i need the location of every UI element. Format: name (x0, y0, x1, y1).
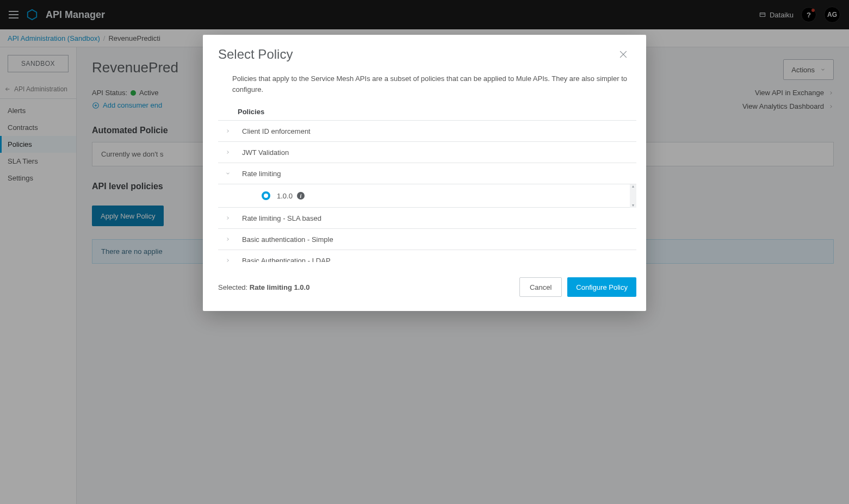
modal-header: Select Policy (203, 35, 646, 69)
info-icon[interactable]: i (297, 192, 305, 200)
chevron-right-icon (220, 237, 236, 242)
modal-description: Policies that apply to the Service Mesh … (218, 73, 636, 95)
modal-overlay: Select Policy Policies that apply to the… (0, 0, 849, 504)
policy-name: Client ID enforcement (236, 127, 311, 135)
policy-version-row[interactable]: 1.0.0 i (218, 184, 636, 208)
radio-selected-icon[interactable] (262, 191, 270, 200)
chevron-right-icon (220, 215, 236, 221)
close-button[interactable] (616, 47, 631, 64)
policy-row[interactable]: Basic authentication - Simple (218, 229, 636, 250)
policy-list[interactable]: Client ID enforcement JWT Validation Rat… (218, 120, 636, 262)
selected-value: Rate limiting 1.0.0 (250, 283, 310, 291)
chevron-down-icon (220, 171, 236, 176)
selected-prefix: Selected: (218, 283, 250, 291)
version-container: 1.0.0 i ▴▾ (218, 184, 636, 208)
modal-body: Policies that apply to the Service Mesh … (203, 69, 646, 266)
policy-name: Basic authentication - Simple (236, 235, 333, 244)
policy-row[interactable]: Client ID enforcement (218, 121, 636, 142)
policy-name: Rate limiting (236, 170, 281, 178)
policy-row-expanded[interactable]: Rate limiting (218, 163, 636, 184)
modal-title: Select Policy (218, 47, 293, 62)
policy-row[interactable]: Basic Authentication - LDAP (218, 250, 636, 262)
policy-version-label: 1.0.0 (277, 192, 293, 200)
select-policy-modal: Select Policy Policies that apply to the… (203, 35, 646, 311)
chevron-right-icon (220, 150, 236, 155)
selected-policy-text: Selected: Rate limiting 1.0.0 (218, 283, 309, 291)
policy-row[interactable]: JWT Validation (218, 142, 636, 163)
cancel-button[interactable]: Cancel (519, 277, 562, 297)
policy-row[interactable]: Rate limiting - SLA based (218, 208, 636, 229)
policy-name: Basic Authentication - LDAP (236, 257, 331, 263)
policy-list-header: Policies (218, 104, 636, 120)
configure-policy-button[interactable]: Configure Policy (567, 277, 636, 297)
close-icon (618, 49, 629, 60)
policy-name: JWT Validation (236, 148, 289, 157)
chevron-right-icon (220, 128, 236, 134)
modal-footer: Selected: Rate limiting 1.0.0 Cancel Con… (203, 266, 646, 311)
chevron-right-icon (220, 258, 236, 262)
policy-name: Rate limiting - SLA based (236, 214, 321, 222)
inner-scrollbar[interactable]: ▴▾ (630, 184, 636, 208)
